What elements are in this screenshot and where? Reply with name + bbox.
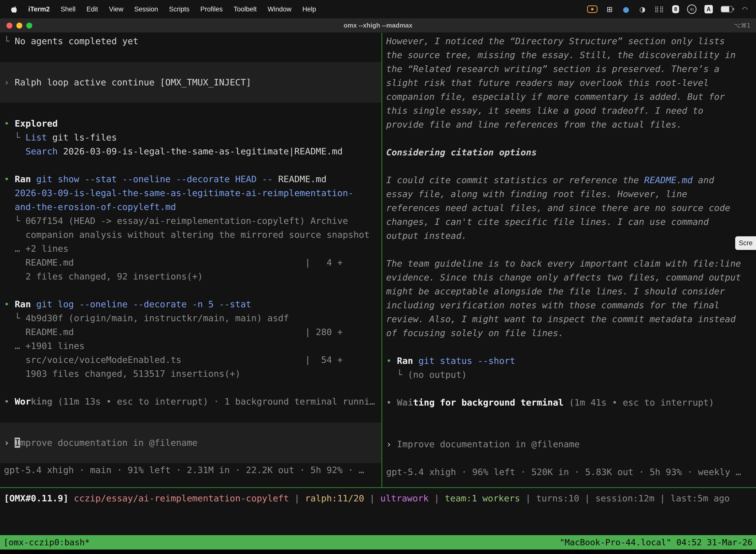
- text-segment: ultrawork: [380, 493, 429, 503]
- text-segment: Ralph loop active continue [OMX_TMUX_INJ…: [15, 77, 251, 88]
- menu-status-icons: ⊞●◑⣿⣿8.61A◠: [587, 4, 749, 14]
- text-segment: mprove documentation in @filename: [20, 438, 197, 448]
- terminal-line: [0, 158, 381, 172]
- text-segment: Wor: [15, 396, 31, 406]
- menu-shell[interactable]: Shell: [55, 5, 81, 13]
- text-segment: └ 067f154 (HEAD -> essay/ai-reimplementa…: [4, 216, 348, 226]
- terminal-line: might be acceptable alongside the file l…: [382, 284, 756, 298]
- text-segment: Explored: [15, 118, 58, 128]
- text-segment: |: [429, 493, 445, 503]
- text-segment: git status --short: [413, 356, 515, 366]
- terminal-line: [382, 243, 756, 257]
- screen-recording-indicator[interactable]: [587, 5, 597, 13]
- text-segment: •: [4, 396, 15, 406]
- terminal-line: [382, 424, 756, 437]
- terminal-line: • Ran git status --short: [382, 354, 756, 368]
- apple-menu-icon[interactable]: [7, 5, 20, 13]
- menu-edit[interactable]: Edit: [81, 5, 104, 13]
- tmux-session-info: [omx-cczip0:bash*: [3, 537, 90, 547]
- terminal-line: └ 067f154 (HEAD -> essay/ai-reimplementa…: [0, 214, 381, 228]
- text-segment: this single essay, it seems like a good …: [386, 106, 703, 116]
- text-segment: README.md: [644, 175, 693, 185]
- terminal-line: [382, 382, 756, 396]
- text-segment: README.md: [278, 174, 326, 184]
- text-segment: (11m 13s • esc to interrupt) · 1 backgro…: [52, 396, 375, 406]
- terminal-line: gpt-5.4 xhigh · main · 91% left · 2.31M …: [0, 463, 381, 477]
- blue-orb-icon[interactable]: ●: [622, 5, 630, 14]
- text-segment: and-the-erosion-of-copyleft.md: [4, 202, 176, 212]
- terminal-line: • Working (11m 13s • esc to interrupt) ·…: [0, 395, 381, 408]
- terminal-line: README.md | 280 +: [0, 325, 381, 339]
- terminal-line: gpt-5.4 xhigh · 96% left · 520K in · 5.8…: [382, 465, 756, 479]
- terminal-line: • Ran git show --stat --oneline --decora…: [0, 172, 381, 186]
- text-segment: review. Also, I might want to inspect th…: [386, 314, 736, 324]
- text-segment: references need actual files, and since …: [386, 203, 730, 213]
- text-segment: evidence. Since this change only affects…: [386, 272, 741, 282]
- terminal-line: Considering citation options: [382, 146, 756, 159]
- terminal-line: references need actual files, and since …: [382, 201, 756, 215]
- prompt-input[interactable]: › Improve documentation in @filename: [382, 437, 756, 451]
- text-segment: No agents completed yet: [15, 36, 138, 46]
- text-segment: gpt-5.4 xhigh · main · 91% left · 2.31M …: [4, 465, 364, 475]
- wifi-icon[interactable]: ◠: [741, 5, 749, 14]
- terminal-line: └ List git ls-files: [0, 130, 381, 145]
- menu-help[interactable]: Help: [297, 5, 322, 13]
- text-segment: including verification notes with those …: [386, 300, 719, 310]
- battery-icon[interactable]: [721, 6, 733, 12]
- terminal-line: • Ran git log --oneline --decorate -n 5 …: [0, 297, 381, 311]
- pill-8-icon[interactable]: 8: [672, 5, 679, 13]
- zoom-button[interactable]: [26, 22, 32, 29]
- text-segment: might be acceptable alongside the file l…: [386, 286, 725, 296]
- text-segment: … +1901 lines: [4, 341, 84, 351]
- text-segment: git show --stat --oneline --decorate HEA…: [31, 174, 278, 184]
- ralph-loop-banner-box: › Ralph loop active continue [OMX_TMUX_I…: [0, 62, 381, 103]
- text-segment: ›: [4, 438, 15, 448]
- screen: iTerm2ShellEditViewSessionScriptsProfile…: [0, 0, 756, 554]
- terminal-line: [382, 451, 756, 465]
- prompt-input[interactable]: › Improve documentation in @filename: [0, 436, 381, 450]
- text-segment: [OMX#0.11.9]: [4, 493, 74, 503]
- menu-iterm2[interactable]: iTerm2: [23, 5, 55, 13]
- close-button[interactable]: [6, 22, 12, 29]
- screen-share-tooltip[interactable]: Scre: [735, 236, 756, 250]
- text-segment: changes, I can't cite specific file line…: [386, 217, 709, 227]
- text-segment: Considering citation options: [386, 147, 537, 157]
- menu-view[interactable]: View: [104, 5, 129, 13]
- text-segment: of focusing solely on file lines.: [386, 328, 564, 338]
- menu-window[interactable]: Window: [262, 5, 297, 13]
- menu-scripts[interactable]: Scripts: [164, 5, 195, 13]
- text-segment: src/voice/voiceModeEnabled.ts | 54 +: [4, 355, 342, 365]
- text-segment: slight risk that future readers may over…: [386, 78, 709, 88]
- text-segment: └ 4b9d30f (origin/main, instructkr/main,…: [4, 313, 289, 323]
- minimize-button[interactable]: [16, 22, 22, 29]
- text-segment: 2026-03-09-is-legal-the-same-as-legitima…: [4, 188, 354, 198]
- terminal-line: … +2 lines: [0, 242, 381, 256]
- menu-toolbelt[interactable]: Toolbelt: [228, 5, 262, 13]
- dots-grid-icon[interactable]: ⣿⣿: [654, 5, 664, 14]
- window-shortcut-badge: ⌥⌘1: [734, 22, 751, 29]
- left-pane: └ No agents completed yet› Ralph loop ac…: [0, 33, 381, 487]
- bottom-strip: [0, 550, 756, 554]
- menu-session[interactable]: Session: [129, 5, 164, 13]
- terminal-line: review. Also, I might want to inspect th…: [382, 312, 756, 326]
- menu-profiles[interactable]: Profiles: [195, 5, 228, 13]
- terminal-line: └ 4b9d30f (origin/main, instructkr/main,…: [0, 311, 381, 325]
- terminal-line: slight risk that future readers may over…: [382, 76, 756, 90]
- input-source-icon[interactable]: A: [704, 5, 713, 13]
- tmux-status-bar: [omx-cczip0:bash* "MacBook-Pro-44.local"…: [0, 535, 756, 550]
- terminal-line: src/voice/voiceModeEnabled.ts | 54 +: [0, 353, 381, 367]
- terminal-line: 2026-03-09-is-legal-the-same-as-legitima…: [0, 186, 381, 200]
- tmux-host-clock: "MacBook-Pro-44.local" 04:52 31-Mar-26: [560, 537, 753, 547]
- terminal-line: [382, 409, 756, 424]
- terminal-line: output instead.: [382, 229, 756, 243]
- keyboard-grid-icon[interactable]: ⊞: [606, 5, 614, 14]
- compass-icon[interactable]: ◑: [638, 5, 647, 14]
- terminal-line: [0, 48, 381, 62]
- terminal-line: [382, 340, 756, 354]
- gauge-61-icon[interactable]: .61: [687, 4, 696, 14]
- text-segment: List: [25, 132, 47, 143]
- text-segment: 2 files changed, 92 insertions(+): [4, 271, 203, 281]
- text-segment: •: [386, 397, 397, 407]
- terminal-line: Search 2026-03-09-is-legal-the-same-as-l…: [0, 145, 381, 158]
- prompt-input-box[interactable]: › Improve documentation in @filename: [0, 423, 381, 463]
